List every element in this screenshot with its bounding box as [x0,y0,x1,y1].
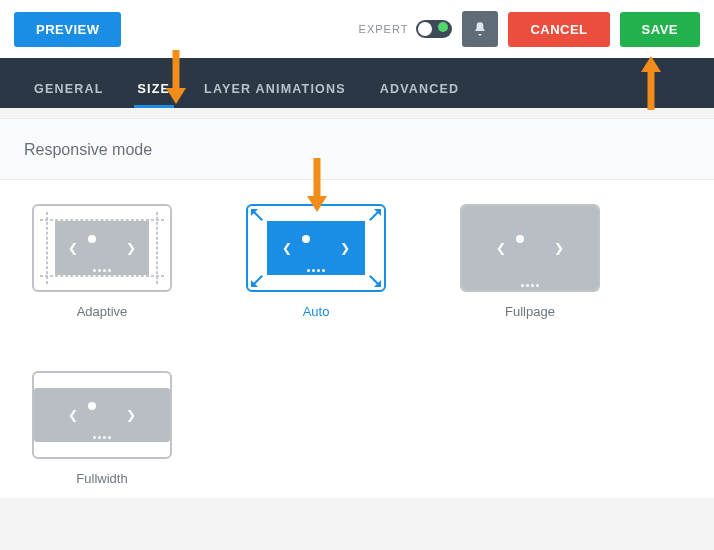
option-fullwidth[interactable]: ❮ ❯ Fullwidth [32,371,172,486]
chevron-right-icon: ❯ [554,241,564,255]
expand-arrow-icon [251,273,265,287]
option-fullpage-card: ❮ ❯ [460,204,600,292]
cancel-button[interactable]: CANCEL [508,12,609,47]
option-fullpage[interactable]: ❮ ❯ Fullpage [460,204,600,319]
toggle-thumb [418,22,432,36]
slide-thumbnail: ❮ ❯ [267,221,365,275]
settings-tab-bar: GENERAL SIZE LAYER ANIMATIONS ADVANCED [0,58,714,108]
option-label: Adaptive [32,304,172,319]
tab-size[interactable]: SIZE [134,66,175,108]
slide-thumbnail: ❮ ❯ [55,221,149,275]
option-adaptive-card: ❮ ❯ [32,204,172,292]
svg-line-2 [252,276,262,286]
responsive-mode-options: ❮ ❯ Adaptive ❮ ❯ [0,180,714,498]
option-label: Fullwidth [32,471,172,486]
chevron-left-icon: ❮ [496,241,506,255]
option-label: Fullpage [460,304,600,319]
option-fullwidth-card: ❮ ❯ [32,371,172,459]
section-title: Responsive mode [24,141,152,158]
expand-arrow-icon [251,209,265,223]
save-button[interactable]: SAVE [620,12,700,47]
expert-label: EXPERT [359,23,409,35]
section-responsive-mode-header: Responsive mode [0,118,714,180]
chevron-right-icon: ❯ [126,408,136,422]
slide-thumbnail: ❮ ❯ [34,388,170,442]
preview-button[interactable]: PREVIEW [14,12,121,47]
option-adaptive[interactable]: ❮ ❯ Adaptive [32,204,172,319]
chevron-right-icon: ❯ [340,241,350,255]
tab-advanced[interactable]: ADVANCED [376,66,464,108]
chevron-left-icon: ❮ [68,408,78,422]
option-auto[interactable]: ❮ ❯ Auto [246,204,386,319]
chevron-right-icon: ❯ [126,241,136,255]
expand-arrow-icon [367,273,381,287]
svg-line-0 [252,210,262,220]
expert-toggle-group: EXPERT [359,20,453,38]
chevron-left-icon: ❮ [282,241,292,255]
option-auto-card: ❮ ❯ [246,204,386,292]
bell-icon [472,21,488,37]
option-label: Auto [246,304,386,319]
svg-line-3 [370,276,380,286]
tab-layer-animations[interactable]: LAYER ANIMATIONS [200,66,350,108]
expand-arrow-icon [367,209,381,223]
svg-line-1 [370,210,380,220]
slide-thumbnail: ❮ ❯ [462,206,598,290]
toggle-on-indicator [438,22,448,32]
tab-general[interactable]: GENERAL [30,66,108,108]
expert-toggle[interactable] [416,20,452,38]
notifications-button[interactable] [462,11,498,47]
chevron-left-icon: ❮ [68,241,78,255]
top-toolbar: PREVIEW EXPERT CANCEL SAVE [0,0,714,58]
